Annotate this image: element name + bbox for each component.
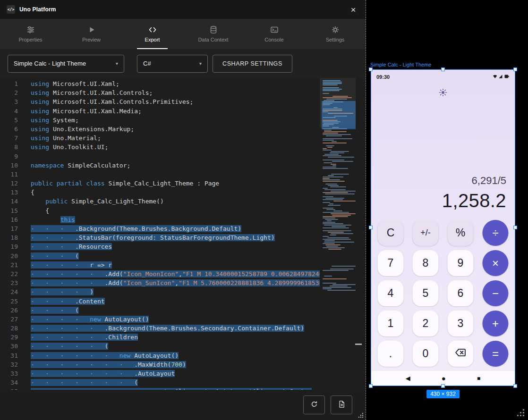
code-line[interactable]: 21· · · · r => r [0, 260, 366, 269]
code-line[interactable]: 11 [0, 170, 366, 179]
key-backspace[interactable] [448, 341, 474, 367]
code-line[interactable]: 28· · · · · .Background(Theme.Brushes.Se… [0, 324, 366, 333]
selection-handle-bm[interactable] [441, 384, 445, 388]
code-line[interactable]: 31· · · · · · new AutoLayout() [0, 351, 366, 360]
theme-toggle-button[interactable] [436, 87, 450, 100]
export-file-button[interactable] [331, 395, 352, 414]
selection-handle-tl[interactable] [369, 67, 373, 71]
code-line[interactable]: 30· · · · · ( [0, 342, 366, 351]
line-number: 13 [0, 188, 18, 197]
line-number: 18 [0, 233, 18, 242]
code-line[interactable]: 7using Uno.Material; [0, 134, 366, 143]
preview-canvas: Simple Calc - Light Theme 09:30 6,291/5 … [366, 0, 528, 420]
code-line[interactable]: 25· · · .Content [0, 297, 366, 306]
code-line[interactable]: 16 this [0, 215, 366, 224]
code-line[interactable]: 18· · · .StatusBar(foreground: StatusBar… [0, 233, 366, 242]
tab-preview[interactable]: Preview [61, 19, 122, 49]
key-equals[interactable]: = [483, 341, 509, 367]
selection-handle-ml[interactable] [369, 226, 373, 229]
language-select[interactable]: C# ▾ [137, 55, 208, 73]
minimap[interactable] [320, 78, 366, 390]
code-line[interactable]: 12public partial class Simple_Calc_Light… [0, 179, 366, 188]
code-text: · · · · · · new AutoLayout() [18, 351, 179, 360]
tab-properties[interactable]: Properties [0, 19, 61, 49]
code-line[interactable]: 4using Microsoft.UI.Xaml.Media; [0, 107, 366, 116]
key-multiply[interactable]: × [483, 250, 509, 276]
calculator-display: 6,291/5 1,258.2 [442, 175, 506, 211]
code-text: · · · · · · · .MaxWidth(700) [18, 360, 186, 369]
key-6[interactable]: 6 [448, 280, 474, 306]
back-icon[interactable]: ◀ [406, 375, 410, 381]
tab-label: Preview [82, 37, 101, 42]
panel-resize-grip[interactable] [362, 417, 363, 418]
code-line[interactable]: 22· · · · · .Add("Icon_MoonIcon","F1 M 1… [0, 269, 366, 278]
key-percent[interactable]: % [448, 220, 474, 246]
line-number: 27 [0, 315, 18, 324]
code-line[interactable]: 27· · · · new AutoLayout() [0, 315, 366, 324]
key-minus[interactable]: − [483, 280, 509, 306]
code-text: using Uno.Toolkit.UI; [18, 143, 108, 151]
key-4[interactable]: 4 [378, 280, 404, 306]
key-1[interactable]: 1 [378, 311, 404, 336]
selection-handle-tr[interactable] [513, 67, 517, 71]
key-7[interactable]: 7 [378, 250, 404, 276]
display-expression: 6,291/5 [442, 175, 506, 187]
code-line[interactable]: 8using Uno.Toolkit.UI; [0, 143, 366, 151]
key-plus-minus[interactable]: +/- [413, 220, 439, 246]
refresh-button[interactable] [303, 395, 325, 414]
key-3[interactable]: 3 [448, 311, 474, 336]
code-line[interactable]: 14 public Simple_Calc_Light_Theme() [0, 197, 366, 206]
key-plus[interactable]: + [483, 311, 509, 336]
key-divide[interactable]: ÷ [483, 220, 509, 246]
code-line[interactable]: 9 [0, 152, 366, 161]
key-clear[interactable]: C [378, 220, 404, 246]
key-0[interactable]: 0 [413, 341, 439, 367]
key-5[interactable]: 5 [413, 280, 439, 306]
close-icon[interactable]: × [348, 5, 359, 14]
tab-bar: Properties Preview Export Data Context C… [0, 19, 366, 49]
project-select[interactable]: Simple Calc - Light Theme ▾ [8, 55, 124, 73]
recents-icon[interactable]: ■ [477, 376, 480, 381]
code-line[interactable]: 6using Uno.Extensions.Markup; [0, 125, 366, 134]
code-editor[interactable]: 1using Microsoft.UI.Xaml;2using Microsof… [0, 78, 366, 390]
tab-console[interactable]: Console [244, 19, 305, 49]
tab-export[interactable]: Export [122, 19, 183, 49]
code-line[interactable]: 2using Microsoft.UI.Xaml.Controls; [0, 88, 366, 97]
selection-handle-br[interactable] [513, 384, 517, 388]
code-line[interactable]: 19· · · .Resources [0, 242, 366, 251]
key-dot[interactable]: . [378, 341, 404, 367]
selection-handle-mr[interactable] [513, 226, 517, 229]
code-line[interactable]: 23· · · · · .Add("Icon_SunIcon","F1 M 5.… [0, 278, 366, 287]
code-line[interactable]: 1using Microsoft.UI.Xaml; [0, 79, 366, 88]
code-line[interactable]: 24· · · · ) [0, 287, 366, 296]
tab-data-context[interactable]: Data Context [183, 19, 244, 49]
export-toolbar: Simple Calc - Light Theme ▾ C# ▾ CSHARP … [0, 49, 366, 78]
home-icon[interactable]: ● [442, 375, 446, 382]
key-8[interactable]: 8 [413, 250, 439, 276]
selection-handle-tm[interactable] [441, 67, 445, 71]
key-2[interactable]: 2 [413, 311, 439, 336]
code-text: namespace SimpleCalculator; [18, 161, 130, 170]
csharp-settings-button[interactable]: CSHARP SETTINGS [213, 55, 292, 73]
code-line[interactable]: 10namespace SimpleCalculator; [0, 161, 366, 170]
code-line[interactable]: 20· · · ( [0, 252, 366, 260]
database-icon [209, 25, 218, 34]
tab-label: Export [145, 37, 160, 42]
code-line[interactable]: 26· · · ( [0, 306, 366, 315]
code-line[interactable]: 34· · · · · · · ( [0, 378, 366, 387]
code-line[interactable]: 32· · · · · · · .MaxWidth(700) [0, 360, 366, 369]
code-line[interactable]: 17· · · .Background(Theme.Brushes.Backgr… [0, 224, 366, 233]
code-line[interactable]: 5using System; [0, 116, 366, 125]
code-line[interactable]: 13{ [0, 188, 366, 197]
code-line[interactable]: 29· · · · · .Children [0, 333, 366, 342]
code-line[interactable]: 15 { [0, 206, 366, 215]
code-line[interactable]: 33· · · · · · · .AutoLayout [0, 369, 366, 378]
sliders-icon [26, 25, 35, 34]
minimap-viewport[interactable] [320, 78, 356, 128]
window-resize-grip[interactable] [523, 415, 524, 416]
phone-preview[interactable]: 09:30 6,291/5 1,258.2 C+/-%÷789×456−123+… [371, 69, 515, 386]
tab-settings[interactable]: Settings [305, 19, 366, 49]
code-line[interactable]: 3using Microsoft.UI.Xaml.Controls.Primit… [0, 97, 366, 106]
selection-handle-bl[interactable] [369, 384, 373, 388]
key-9[interactable]: 9 [448, 250, 474, 276]
